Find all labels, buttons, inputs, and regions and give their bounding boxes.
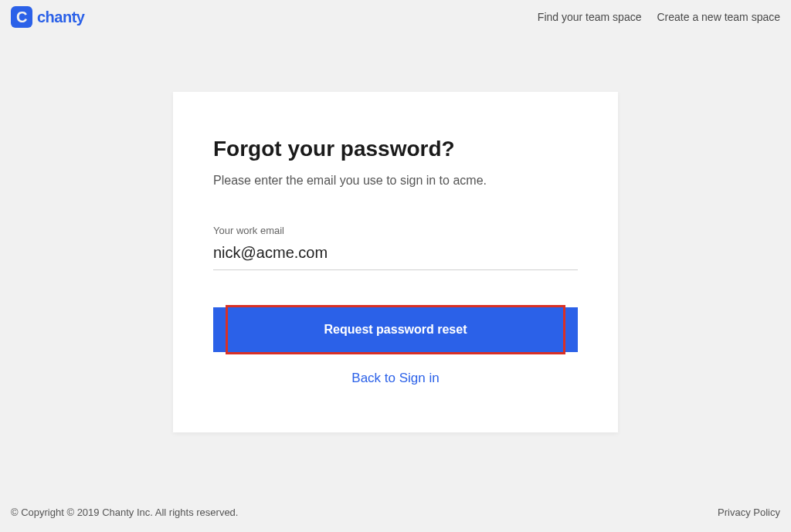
logo-text: chanty — [37, 8, 84, 26]
back-to-sign-in-link[interactable]: Back to Sign in — [213, 371, 578, 386]
header-links: Find your team space Create a new team s… — [538, 11, 780, 23]
copyright-text: © Copyright © 2019 Chanty Inc. All right… — [11, 507, 238, 518]
forgot-password-card: Forgot your password? Please enter the e… — [173, 92, 618, 432]
create-team-space-link[interactable]: Create a new team space — [657, 11, 780, 23]
logo-icon — [11, 6, 32, 28]
email-input[interactable] — [213, 241, 578, 270]
card-subtitle: Please enter the email you use to sign i… — [213, 174, 578, 188]
privacy-policy-link[interactable]: Privacy Policy — [718, 507, 780, 518]
button-wrapper: Request password reset — [213, 307, 578, 352]
request-password-reset-button[interactable]: Request password reset — [213, 307, 578, 352]
email-field-label: Your work email — [213, 225, 578, 236]
card-title: Forgot your password? — [213, 137, 578, 161]
logo[interactable]: chanty — [11, 6, 84, 28]
header: chanty Find your team space Create a new… — [0, 0, 791, 34]
footer: © Copyright © 2019 Chanty Inc. All right… — [11, 507, 780, 518]
main: Forgot your password? Please enter the e… — [0, 92, 791, 432]
find-team-space-link[interactable]: Find your team space — [538, 11, 642, 23]
